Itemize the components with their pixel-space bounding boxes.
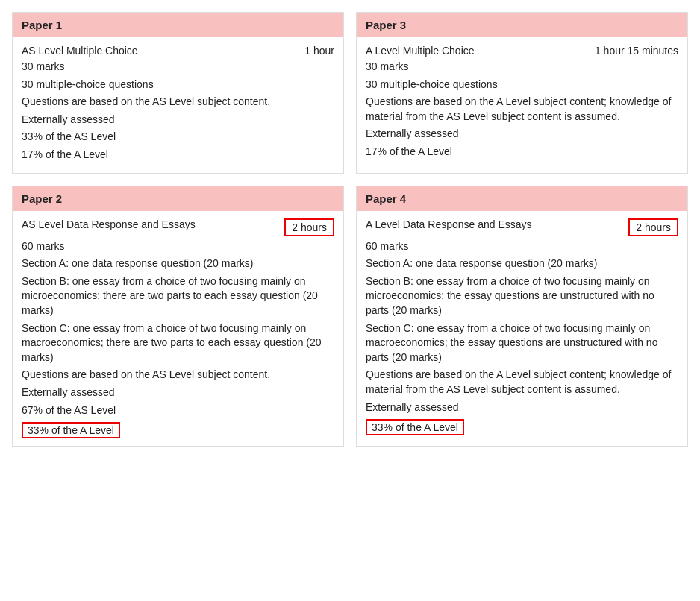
- card-header-paper4: Paper 4: [357, 186, 687, 211]
- info-line: Externally assessed: [22, 386, 334, 400]
- info-line: Externally assessed: [366, 400, 678, 415]
- card-paper2: Paper 2AS Level Data Response and Essays…: [12, 186, 344, 447]
- info-line: 60 marks: [366, 239, 678, 254]
- row-title-paper3: A Level Multiple Choice1 hour 15 minutes: [366, 45, 678, 57]
- info-line: 67% of the AS Level: [22, 403, 334, 418]
- info-line: Externally assessed: [22, 113, 334, 128]
- info-line: Section B: one essay from a choice of tw…: [366, 274, 678, 318]
- info-line: 30 multiple-choice questions: [22, 78, 334, 92]
- info-line: 30 marks: [22, 60, 334, 75]
- duration-paper4: 2 hours: [628, 218, 678, 236]
- info-line: 30 multiple-choice questions: [366, 78, 678, 92]
- subject-paper2: AS Level Data Response and Essays: [22, 218, 196, 230]
- subject-paper1: AS Level Multiple Choice: [22, 45, 138, 57]
- info-line: Questions are based on the A Level subje…: [366, 368, 678, 397]
- card-paper1: Paper 1AS Level Multiple Choice1 hour30 …: [12, 12, 344, 174]
- info-line: 30 marks: [366, 60, 678, 75]
- info-line: Questions are based on the A Level subje…: [366, 95, 678, 124]
- info-line: Section C: one essay from a choice of tw…: [366, 321, 678, 365]
- card-body-paper3: A Level Multiple Choice1 hour 15 minutes…: [357, 37, 687, 170]
- info-line: Questions are based on the AS Level subj…: [22, 95, 334, 110]
- card-header-paper1: Paper 1: [13, 13, 343, 37]
- card-paper4: Paper 4A Level Data Response and Essays2…: [356, 186, 688, 447]
- duration-paper3: 1 hour 15 minutes: [595, 45, 678, 57]
- info-line: 60 marks: [22, 239, 334, 254]
- cards-grid: Paper 1AS Level Multiple Choice1 hour30 …: [12, 12, 688, 447]
- info-line: Section C: one essay from a choice of tw…: [22, 321, 334, 365]
- card-body-paper2: AS Level Data Response and Essays2 hours…: [13, 211, 343, 447]
- duration-paper1: 1 hour: [304, 45, 334, 57]
- card-header-paper3: Paper 3: [357, 13, 687, 37]
- info-line: Externally assessed: [366, 127, 678, 142]
- info-line: 33% of the AS Level: [22, 130, 334, 145]
- card-body-paper1: AS Level Multiple Choice1 hour30 marks30…: [13, 37, 343, 173]
- duration-paper2: 2 hours: [284, 218, 334, 236]
- highlighted-line: 33% of the A Level: [366, 418, 678, 435]
- subject-paper3: A Level Multiple Choice: [366, 45, 475, 57]
- row-title-paper4: A Level Data Response and Essays2 hours: [366, 218, 678, 236]
- card-paper3: Paper 3A Level Multiple Choice1 hour 15 …: [356, 12, 688, 174]
- info-line: Questions are based on the AS Level subj…: [22, 368, 334, 383]
- info-line: Section A: one data response question (2…: [22, 257, 334, 271]
- row-title-paper2: AS Level Data Response and Essays2 hours: [22, 218, 334, 236]
- info-line: Section A: one data response question (2…: [366, 257, 678, 271]
- info-line: 17% of the A Level: [22, 148, 334, 163]
- card-body-paper4: A Level Data Response and Essays2 hours6…: [357, 211, 687, 444]
- info-line: 17% of the A Level: [366, 145, 678, 160]
- info-line: Section B: one essay from a choice of tw…: [22, 274, 334, 318]
- card-header-paper2: Paper 2: [13, 186, 343, 211]
- subject-paper4: A Level Data Response and Essays: [366, 218, 532, 230]
- highlighted-line: 33% of the A Level: [22, 421, 334, 438]
- row-title-paper1: AS Level Multiple Choice1 hour: [22, 45, 334, 57]
